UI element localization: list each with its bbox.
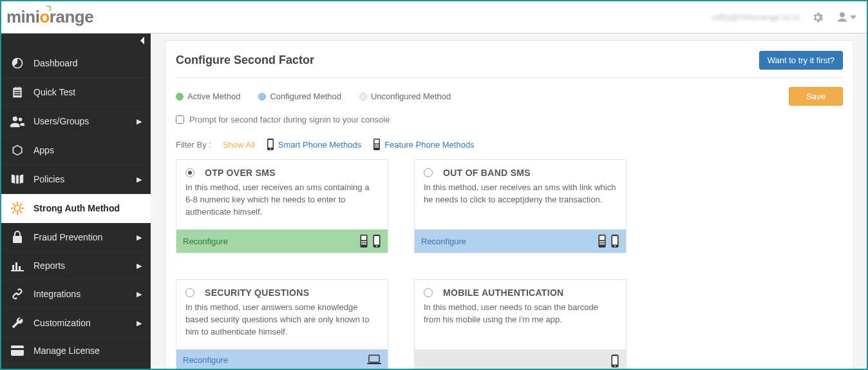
svg-point-2: [19, 118, 23, 122]
svg-rect-55: [612, 356, 618, 364]
svg-rect-20: [268, 140, 272, 148]
chevron-right-icon: ▶: [137, 290, 142, 298]
method-title: OTP OVER SMS: [205, 168, 276, 178]
sidebar-item-customization[interactable]: Customization▶: [1, 309, 151, 338]
topbar: miniorange edify@miniorange.co.in: [1, 1, 867, 34]
method-radio[interactable]: [185, 288, 194, 297]
smartphone-icon: [267, 139, 274, 150]
svg-point-51: [614, 246, 616, 247]
sidebar-item-label: Quick Test: [33, 87, 75, 97]
bars-icon: [10, 260, 24, 271]
method-desc: In this method, user needs to scan the b…: [415, 302, 626, 349]
svg-rect-35: [361, 243, 363, 244]
sidebar-item-label: Reports: [33, 260, 65, 271]
legend-configured: Configured Method: [258, 92, 341, 101]
sidebar-item-label: Dashboard: [33, 58, 78, 68]
method-radio[interactable]: [185, 168, 194, 177]
chevron-right-icon: ▶: [137, 319, 142, 327]
svg-rect-33: [363, 241, 364, 242]
sidebar-item-policies[interactable]: Policies▶: [1, 165, 151, 194]
svg-rect-34: [365, 241, 366, 242]
sidebar-item-strong-auth-method[interactable]: Strong Auth Method: [1, 194, 151, 223]
sidebar: DashboardQuick TestUsers/Groups▶AppsPoli…: [1, 34, 151, 369]
gauge-icon: [10, 57, 24, 70]
smart-icon: [610, 355, 619, 367]
sidebar-item-manage-license[interactable]: Manage License: [1, 338, 151, 364]
sidebar-item-users-groups[interactable]: Users/Groups▶: [1, 107, 151, 136]
method-title: OUT OF BAND SMS: [443, 168, 531, 178]
sidebar-item-reports[interactable]: Reports▶: [1, 252, 151, 280]
method-card: MOBILE AUTHENTICATIONIn this method, use…: [414, 279, 627, 369]
logo: miniorange: [6, 7, 93, 27]
filter-feature-phone[interactable]: Feature Phone Methods: [384, 140, 474, 150]
gear-icon[interactable]: [811, 11, 824, 24]
user-menu-icon[interactable]: [836, 11, 856, 24]
auth-icon: [10, 202, 24, 215]
svg-point-40: [376, 246, 377, 247]
method-card: SECURITY QUESTIONSIn this method, user a…: [176, 279, 388, 369]
svg-rect-53: [367, 363, 381, 364]
filter-show-all[interactable]: Show All: [223, 140, 255, 150]
logo-post: range: [50, 7, 93, 26]
svg-rect-12: [13, 236, 22, 243]
svg-rect-13: [11, 270, 24, 271]
users-icon: [10, 115, 24, 128]
sidebar-item-fraud-prevention[interactable]: Fraud Prevention▶: [1, 223, 151, 252]
smart-icon: [610, 235, 619, 248]
content-area: Configure Second Factor Want to try it f…: [151, 34, 867, 369]
method-title: MOBILE AUTHENTICATION: [443, 287, 564, 298]
card-icon: [10, 346, 24, 356]
method-title: SECURITY QUESTIONS: [205, 287, 309, 298]
sidebar-item-label: Integrations: [33, 289, 80, 299]
featurephone-icon: [373, 139, 381, 150]
sidebar-item-quick-test[interactable]: Quick Test: [1, 78, 151, 107]
svg-rect-17: [11, 346, 24, 356]
svg-rect-28: [376, 146, 377, 148]
method-radio[interactable]: [424, 288, 433, 297]
svg-rect-32: [361, 241, 363, 242]
feature-icon: [359, 235, 368, 248]
book-icon: [10, 173, 24, 186]
save-button[interactable]: Save: [789, 87, 843, 106]
reconfigure-link[interactable]: Reconfigure: [421, 237, 466, 246]
smart-icon: [372, 235, 381, 248]
reconfigure-link[interactable]: Reconfigure: [183, 237, 228, 246]
sidebar-item-dashboard[interactable]: Dashboard: [1, 49, 151, 78]
sidebar-item-label: Strong Auth Method: [33, 203, 120, 213]
chevron-right-icon: ▶: [137, 233, 142, 242]
reconfigure-link[interactable]: Reconfigure: [183, 355, 228, 365]
sidebar-item-label: Apps: [33, 145, 54, 155]
svg-rect-16: [19, 266, 21, 270]
svg-rect-18: [11, 348, 24, 350]
sidebar-item-label: Manage License: [33, 346, 100, 356]
chevron-right-icon: ▶: [137, 262, 142, 270]
prompt-label: Prompt for second factor during signin t…: [189, 115, 390, 124]
svg-point-21: [270, 148, 271, 150]
svg-point-56: [614, 365, 616, 367]
filter-smart-phone[interactable]: Smart Phone Methods: [278, 140, 361, 150]
sidebar-item-label: Policies: [33, 174, 64, 184]
cube-icon: [10, 144, 24, 157]
svg-rect-45: [603, 241, 605, 242]
method-radio[interactable]: [424, 168, 433, 177]
svg-rect-23: [375, 140, 379, 144]
svg-rect-36: [363, 243, 364, 244]
sidebar-item-label: Customization: [33, 318, 91, 328]
sidebar-collapse[interactable]: [1, 34, 151, 49]
method-card: OTP OVER SMSIn this method, user receive…: [176, 159, 388, 253]
link-icon: [10, 287, 24, 300]
prompt-checkbox[interactable]: [176, 115, 184, 124]
sidebar-item-integrations[interactable]: Integrations▶: [1, 280, 151, 309]
svg-rect-42: [599, 236, 605, 240]
svg-line-8: [13, 204, 15, 206]
method-desc: In this method, user receives an sms wit…: [415, 182, 626, 229]
method-cards: OTP OVER SMSIn this method, user receive…: [176, 159, 843, 369]
sidebar-item-label: Users/Groups: [33, 116, 89, 126]
method-desc: In this method, user answers some knowle…: [176, 302, 388, 349]
notepad-icon: [10, 86, 24, 99]
try-first-button[interactable]: Want to try it first?: [759, 51, 843, 70]
sidebar-item-apps[interactable]: Apps: [1, 136, 151, 165]
method-desc: In this method, user receives an sms con…: [176, 182, 388, 229]
svg-rect-29: [378, 146, 379, 148]
laptop-icon: [367, 355, 381, 365]
